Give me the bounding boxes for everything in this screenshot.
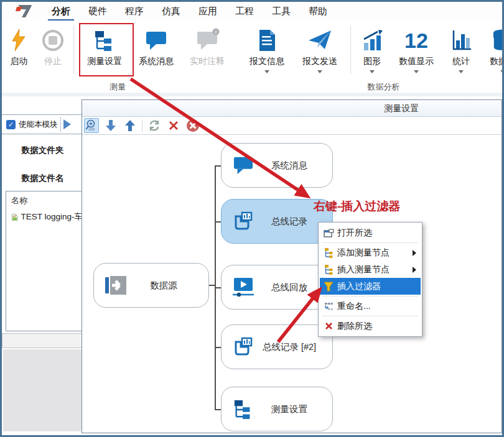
delete-icon [320,322,337,330]
data-source-icon [104,275,128,296]
play-icon[interactable] [62,119,72,130]
menu-item-open-selected[interactable]: 打开所选 [320,224,421,241]
zoom-100-button[interactable]: 100 [84,118,99,133]
ribbon-divider [73,25,74,74]
cancel-button[interactable] [185,118,200,133]
stop-button: 停止 [36,21,70,83]
dropdown-caret-icon [414,70,419,73]
move-down-button[interactable] [103,118,118,133]
numeric-display-button[interactable]: 12 数值显示 [390,21,443,83]
list-item[interactable]: TEST logging-车 [11,211,83,223]
menu-item-delete-selected[interactable]: 删除所选 [320,318,421,334]
node-bus-record-2[interactable]: 总线记录 [#2] [221,324,333,369]
menu-items: 分析 硬件 程序 仿真 应用 工程 工具 帮助 [50,3,329,20]
ribbon-divider [350,25,351,74]
lightning-icon [9,27,28,54]
annotation-text: 右键-插入过滤器 [314,198,400,214]
sidebar-empty-panel [3,349,83,431]
menu-item-analysis[interactable]: 分析 [50,3,72,20]
numeric-icon: 12 [404,27,428,54]
data-folder-label[interactable]: 数据文件夹 [2,145,83,156]
menu-item-rename[interactable]: 重命名... [320,298,421,315]
menu-separator [322,316,418,316]
node-measurement-setup[interactable]: 测量设置 [221,387,333,431]
diagram-canvas[interactable]: 数据源 系统消息 总线记录 [82,135,502,433]
add-node-icon [320,247,337,258]
context-menu: 打开所选 添加测量节点 插入测量节点 [318,222,422,337]
refresh-button[interactable] [147,118,162,133]
document-icon [256,27,278,54]
menu-item-help[interactable]: 帮助 [307,3,329,20]
bus-record-icon [231,210,255,232]
menu-separator [322,296,418,297]
statistics-button[interactable]: 统计 [443,21,479,83]
connector-line [215,287,221,288]
enable-module-checkbox[interactable]: ✓ [6,120,16,129]
refresh-icon [148,119,161,132]
database-button[interactable]: 数据库 [479,21,504,83]
menu-item-insert-node[interactable]: 插入测量节点 [320,261,421,278]
remove-button[interactable] [166,118,181,133]
move-up-button[interactable] [123,118,138,133]
divider [60,117,61,132]
menu-item-application[interactable]: 应用 [197,3,218,20]
log-file-icon [11,212,18,223]
stop-icon [41,27,65,54]
bus-record-icon [231,336,255,358]
connector-line [215,409,221,410]
enable-module-row: ✓ 使能本模块 [2,114,83,134]
system-messages-button[interactable]: 系统消息 [131,21,181,83]
zoom-level-text: 100 [88,127,95,131]
dropdown-caret-icon [370,70,375,73]
left-sidebar: ✓ 使能本模块 数据文件夹 数据文件名 名称 TEST logging-车 [2,96,83,435]
message-send-button[interactable]: 报文发送 [293,21,347,83]
node-system-messages[interactable]: 系统消息 [221,143,333,188]
submenu-arrow-icon [413,250,416,256]
panel-title: 测量设置 [384,103,419,114]
database-icon [491,27,504,54]
group-label-data-analysis: 数据分析 [241,81,504,93]
cancel-circle-icon [186,119,200,132]
open-selected-icon [320,229,337,237]
node-bus-replay[interactable]: 总线回放 [221,265,333,310]
connector-line [215,221,221,223]
data-filename-label[interactable]: 数据文件名 [2,173,83,184]
measurement-setup-panel: 测量设置 100 [82,99,502,433]
arrow-down-icon [105,119,116,132]
menu-separator [322,242,418,243]
menu-item-add-node[interactable]: 添加测量节点 [320,244,421,261]
menu-item-insert-filter[interactable]: 插入过滤器 [320,278,421,295]
paper-plane-icon [307,27,332,54]
rename-icon [320,301,337,311]
ribbon-toolbar: 启动 停止 测量设置 [2,21,502,96]
menu-item-tools[interactable]: 工具 [271,3,292,20]
arrow-up-icon [124,119,136,132]
menu-item-hardware[interactable]: 硬件 [87,3,108,20]
message-bubble-icon [231,155,255,175]
close-x-icon [169,121,179,131]
realtime-comment-button: i 实时注释 [181,21,233,83]
content-area: ✓ 使能本模块 数据文件夹 数据文件名 名称 TEST logging-车 [2,96,502,435]
group-label-measurement: 测量 [2,81,233,93]
file-name: TEST logging-车 [21,211,83,223]
message-info-button[interactable]: 报文信息 [241,21,293,83]
statistics-icon [450,27,472,54]
app-logo-icon [13,3,34,19]
file-list: 名称 TEST logging-车 [6,191,83,331]
menu-item-simulation[interactable]: 仿真 [161,3,182,20]
start-button[interactable]: 启动 [2,21,36,83]
graphics-button[interactable]: 图形 [355,21,390,83]
ribbon-group-data-analysis: 报文信息 报文发送 图形 [241,21,504,93]
file-list-header: 名称 [11,195,83,206]
svg-text:i: i [215,29,217,35]
message-bubble-icon [145,27,167,54]
panel-toolbar: 100 [82,117,502,135]
dropdown-caret-icon [500,70,504,73]
sidebar-splitter[interactable] [2,333,83,348]
menu-item-engineering[interactable]: 工程 [234,3,255,20]
node-data-source[interactable]: 数据源 [93,263,209,308]
red-highlight-box [79,23,134,76]
menu-item-program[interactable]: 程序 [124,3,145,20]
dropdown-caret-icon [317,70,322,73]
toolbar-divider [142,119,142,132]
